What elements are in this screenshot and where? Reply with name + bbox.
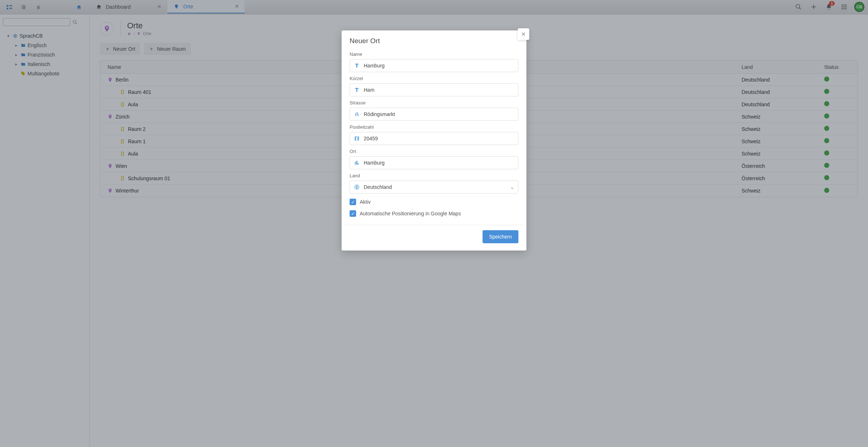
checkbox-autopos-row[interactable]: ✓ Automatische Positionierung in Google … bbox=[350, 210, 518, 217]
city-icon bbox=[354, 160, 360, 166]
kuerzel-input[interactable] bbox=[364, 87, 514, 93]
map-icon bbox=[354, 136, 360, 141]
label-strasse: Strasse bbox=[350, 100, 518, 105]
land-select[interactable] bbox=[364, 184, 506, 190]
modal-overlay[interactable]: Neuer Ort Name Kürzel bbox=[0, 0, 868, 447]
checkbox-autopos-label: Automatische Positionierung in Google Ma… bbox=[360, 211, 461, 216]
checkbox-autopos[interactable]: ✓ bbox=[350, 210, 356, 217]
text-icon bbox=[354, 63, 360, 69]
label-kuerzel: Kürzel bbox=[350, 76, 518, 81]
label-plz: Postleitzahl bbox=[350, 124, 518, 130]
label-land: Land bbox=[350, 173, 518, 178]
label-ort: Ort bbox=[350, 149, 518, 154]
strasse-input[interactable] bbox=[364, 111, 514, 117]
modal-title: Neuer Ort bbox=[350, 37, 518, 45]
plz-input[interactable] bbox=[364, 136, 514, 141]
road-icon bbox=[354, 111, 360, 117]
label-name: Name bbox=[350, 51, 518, 57]
checkbox-aktiv-row[interactable]: ✓ Aktiv bbox=[350, 199, 518, 205]
globe-icon bbox=[354, 184, 360, 190]
close-button[interactable] bbox=[518, 28, 529, 40]
checkbox-aktiv-label: Aktiv bbox=[360, 199, 371, 205]
save-button[interactable]: Speichern bbox=[483, 230, 518, 243]
modal: Neuer Ort Name Kürzel bbox=[342, 30, 526, 251]
checkbox-aktiv[interactable]: ✓ bbox=[350, 199, 356, 205]
name-input[interactable] bbox=[364, 63, 514, 69]
text-icon bbox=[354, 87, 360, 93]
ort-input[interactable] bbox=[364, 160, 514, 166]
chevron-down-icon[interactable]: ⌄ bbox=[510, 184, 514, 190]
